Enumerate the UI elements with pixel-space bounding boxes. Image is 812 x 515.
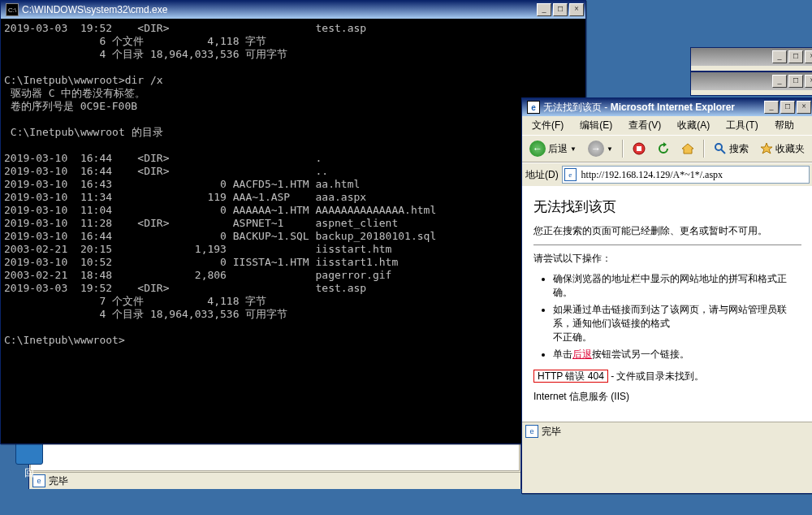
svg-rect-1 bbox=[637, 146, 641, 151]
ie-statusbar: e 完毕 bbox=[522, 422, 812, 440]
close-button[interactable]: × bbox=[569, 3, 584, 16]
home-button[interactable] bbox=[677, 140, 698, 158]
separator bbox=[703, 140, 705, 158]
page-title: 无法找到该页 bbox=[533, 197, 801, 216]
ie-window: e 无法找到该页 - Microsoft Internet Explorer _… bbox=[521, 97, 812, 494]
list-item: 单击后退按钮尝试另一个链接。 bbox=[553, 348, 801, 361]
error-code: HTTP 错误 404 bbox=[533, 370, 608, 383]
menu-tools[interactable]: 工具(T) bbox=[719, 118, 764, 133]
page-icon: e bbox=[525, 425, 538, 438]
bg-window: e 完毕 bbox=[28, 439, 521, 489]
separator bbox=[622, 140, 624, 158]
search-icon bbox=[714, 142, 727, 155]
maximize-button[interactable]: □ bbox=[788, 50, 803, 63]
back-arrow-icon: ← bbox=[529, 141, 546, 157]
menu-view[interactable]: 查看(V) bbox=[622, 118, 667, 133]
favorites-button[interactable]: 收藏夹 bbox=[756, 140, 809, 158]
chevron-down-icon: ▼ bbox=[607, 145, 613, 153]
status-text: 完毕 bbox=[49, 474, 68, 488]
minimize-button[interactable]: _ bbox=[764, 101, 779, 114]
ie-addressbar: 地址(D) e bbox=[522, 162, 812, 186]
stop-icon bbox=[633, 142, 646, 155]
menu-favorites[interactable]: 收藏(A) bbox=[671, 118, 716, 133]
error-line: HTTP 错误 404 - 文件或目录未找到。 bbox=[533, 370, 801, 383]
minimize-button[interactable]: _ bbox=[772, 75, 787, 88]
chevron-down-icon: ▼ bbox=[570, 145, 577, 153]
maximize-button[interactable]: □ bbox=[788, 75, 803, 88]
page-icon: e bbox=[564, 168, 577, 181]
minimize-button[interactable]: _ bbox=[772, 50, 787, 63]
menu-edit[interactable]: 编辑(E) bbox=[573, 118, 619, 133]
desktop-icon-label: 回 bbox=[24, 467, 34, 478]
cmd-title: C:\WINDOWS\system32\cmd.exe bbox=[22, 4, 537, 15]
back-button[interactable]: ← 后退 ▼ bbox=[525, 138, 581, 159]
list-item: 确保浏览器的地址栏中显示的网站地址的拼写和格式正确。 bbox=[553, 272, 801, 300]
refresh-icon bbox=[657, 142, 670, 155]
ie-titlebar[interactable]: e 无法找到该页 - Microsoft Internet Explorer _… bbox=[522, 98, 812, 116]
separator bbox=[533, 245, 801, 245]
forward-arrow-icon: → bbox=[588, 141, 604, 157]
maximize-button[interactable]: □ bbox=[780, 101, 795, 114]
star-icon bbox=[760, 142, 773, 155]
cmd-window: C:\ C:\WINDOWS\system32\cmd.exe _ □ × 20… bbox=[0, 0, 586, 444]
maximize-button[interactable]: □ bbox=[553, 3, 568, 16]
close-button[interactable]: × bbox=[797, 101, 811, 114]
iis-line: Internet 信息服务 (IIS) bbox=[533, 390, 801, 404]
page-text: 请尝试以下操作： bbox=[533, 252, 801, 266]
page-text: 您正在搜索的页面可能已经删除、更名或暂时不可用。 bbox=[533, 224, 801, 238]
svg-line-3 bbox=[721, 149, 725, 154]
ie-icon: e bbox=[527, 101, 540, 114]
home-icon bbox=[681, 142, 694, 155]
status-text: 完毕 bbox=[542, 425, 561, 439]
ie-title: 无法找到该页 - Microsoft Internet Explorer bbox=[543, 101, 764, 115]
list-item: 如果通过单击链接而到达了该网页，请与网站管理员联系，通知他们该链接的格式不正确。 bbox=[553, 303, 801, 344]
stop-button[interactable] bbox=[628, 140, 650, 158]
minimize-button[interactable]: _ bbox=[537, 3, 551, 16]
suggestion-list: 确保浏览器的地址栏中显示的网站地址的拼写和格式正确。 如果通过单击链接而到达了该… bbox=[533, 272, 801, 361]
address-input[interactable] bbox=[580, 168, 807, 182]
address-label: 地址(D) bbox=[525, 168, 559, 182]
menu-help[interactable]: 帮助 bbox=[768, 118, 801, 133]
ie-menubar: 文件(F) 编辑(E) 查看(V) 收藏(A) 工具(T) 帮助 bbox=[522, 116, 812, 135]
refresh-button[interactable] bbox=[653, 140, 674, 158]
ie-content: 无法找到该页 您正在搜索的页面可能已经删除、更名或暂时不可用。 请尝试以下操作：… bbox=[522, 186, 812, 422]
address-box[interactable]: e bbox=[562, 166, 810, 184]
search-button[interactable]: 搜索 bbox=[710, 140, 753, 158]
cmd-titlebar[interactable]: C:\ C:\WINDOWS\system32\cmd.exe _ □ × bbox=[1, 1, 585, 19]
forward-button[interactable]: → ▼ bbox=[584, 138, 617, 159]
svg-point-2 bbox=[715, 144, 722, 150]
close-button[interactable]: × bbox=[805, 50, 812, 63]
menu-file[interactable]: 文件(F) bbox=[525, 118, 570, 133]
close-button[interactable]: × bbox=[805, 75, 812, 88]
back-link[interactable]: 后退 bbox=[572, 348, 592, 360]
cmd-icon: C:\ bbox=[6, 3, 19, 16]
ie-toolbar: ← 后退 ▼ → ▼ 搜索 bbox=[522, 135, 812, 162]
cmd-output[interactable]: 2019-03-03 19:52 <DIR> test.asp 6 个文件 4,… bbox=[1, 19, 585, 444]
